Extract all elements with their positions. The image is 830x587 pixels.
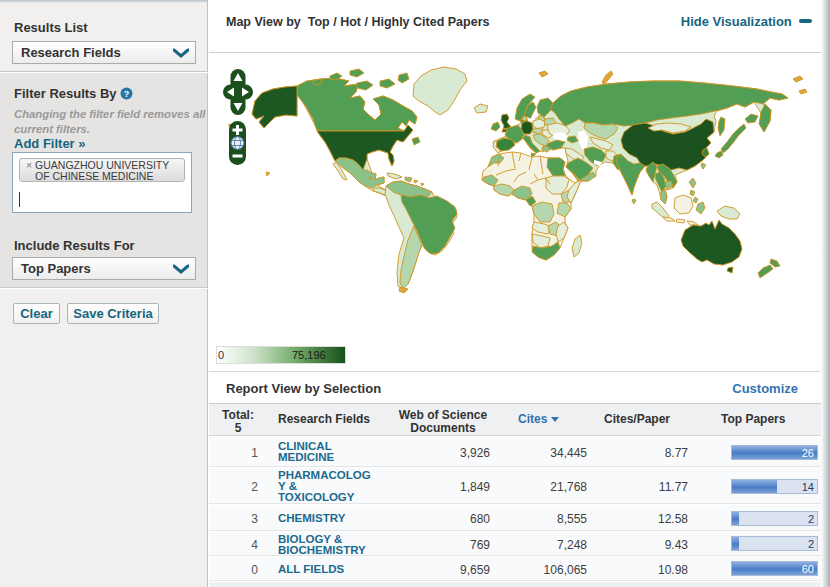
svg-text:?: ? [124, 89, 130, 99]
